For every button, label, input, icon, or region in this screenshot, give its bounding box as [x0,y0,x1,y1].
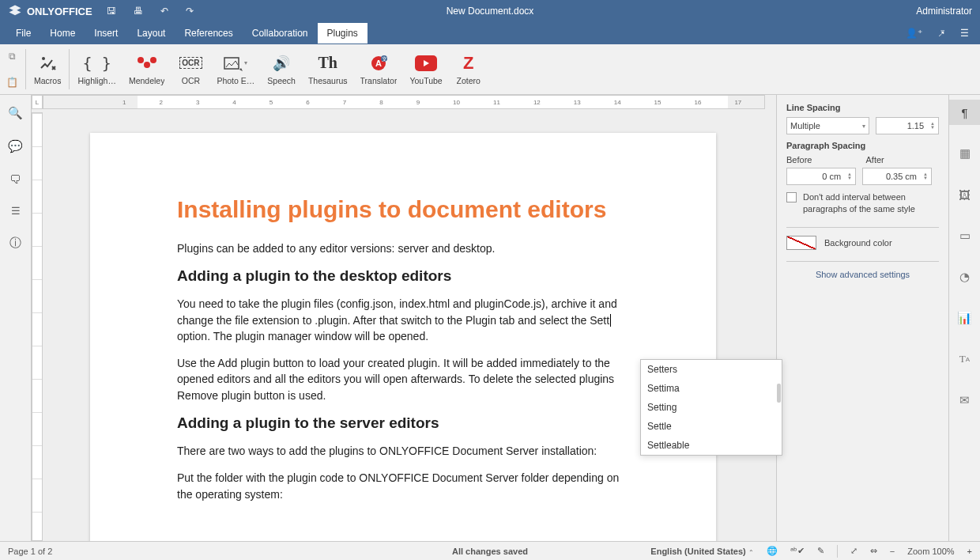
zoom-out-icon[interactable]: − [890,547,895,556]
same-style-checkbox[interactable]: Don't add interval between paragraphs of… [786,191,939,216]
line-spacing-mode[interactable]: Multiple▾ [786,117,869,134]
autocomplete-popup: SettersSettimaSettingSettleSettleable [640,359,782,456]
photo-editor-icon [224,55,243,71]
vertical-ruler[interactable] [32,112,43,541]
menu-home[interactable]: Home [40,23,85,44]
paste-icon[interactable]: 📋 [6,77,18,88]
youtube-icon [415,55,437,71]
thesaurus-icon: Th [318,54,337,72]
autocomplete-option[interactable]: Setting [641,398,782,417]
doc-heading-2: Adding a plugin to the server editors [177,414,629,432]
plugin-photo-editor[interactable]: ▾ Photo E… [210,44,261,94]
same-style-label: Don't add interval between paragraphs of… [803,191,939,216]
autocomplete-option[interactable]: Setters [641,360,782,379]
hamburger-icon[interactable]: ☰ [960,28,969,39]
fit-width-icon[interactable]: ⇔ [870,546,877,556]
zoom-in-icon[interactable]: + [967,547,972,556]
mailmerge-tab-icon[interactable]: ✉ [949,388,981,413]
after-label: After [866,155,940,165]
logo-icon [8,4,22,18]
title-bar: ONLYOFFICE 🖫 🖶 ↶ ↷ New Document.docx Adm… [0,0,980,22]
spacing-before-input[interactable]: 0 cm▲▼ [786,168,856,185]
feedback-icon[interactable]: ⓘ [9,236,21,251]
doc-paragraph: There are two ways to add the plugins to… [177,443,629,459]
autocomplete-option[interactable]: Settleable [641,436,782,455]
shape-tab-icon[interactable]: ◔ [949,264,981,289]
text-cursor [610,314,611,327]
track-changes-icon[interactable]: ✎ [817,546,824,556]
document-page[interactable]: Installing plugins to document editors P… [90,133,716,541]
autocomplete-option[interactable]: Settle [641,417,782,436]
print-icon[interactable]: 🖶 [134,6,143,17]
plugin-speech[interactable]: 🔊 Speech [261,44,302,94]
svg-text:文: 文 [381,56,386,62]
header-tab-icon[interactable]: ▭ [949,223,981,248]
plugin-zotero[interactable]: Z Zotero [449,44,488,94]
horizontal-ruler[interactable]: 1234567891011121314151617 [43,95,765,109]
open-location-icon[interactable]: ⭷ [937,28,946,39]
save-status: All changes saved [452,547,528,556]
highlight-icon: { } [83,54,111,73]
comments-icon[interactable]: 💬 [8,139,23,153]
language-selector[interactable]: English (United States) ⌃ [650,547,753,556]
plugin-macros[interactable]: Macros [28,44,67,94]
plugin-highlight[interactable]: { } Highligh… [71,44,122,94]
plugin-thesaurus[interactable]: Th Thesaurus [302,44,354,94]
page-count[interactable]: Page 1 of 2 [8,547,52,556]
advanced-settings-link[interactable]: Show advanced settings [786,261,939,279]
chevron-down-icon: ▾ [244,59,247,66]
paragraph-panel: Line Spacing Multiple▾ 1.15▲▼ Paragraph … [776,95,948,541]
plugin-youtube[interactable]: YouTube [403,44,448,94]
spellcheck-icon[interactable]: ᵃᵇ✔ [790,546,805,556]
document-area[interactable]: L 1234567891011121314151617 Installing p… [32,95,776,541]
speech-icon: 🔊 [273,55,290,72]
menu-bar: FileHomeInsertLayoutReferencesCollaborat… [0,22,980,44]
svg-point-2 [150,57,156,63]
chat-icon[interactable]: 🗨 [9,172,21,186]
left-sidebar: 🔍 💬 🗨 ☰ ⓘ [0,95,32,541]
menu-plugins[interactable]: Plugins [318,23,368,44]
menu-layout[interactable]: Layout [127,23,175,44]
menu-file[interactable]: File [6,23,40,44]
line-spacing-label: Line Spacing [786,103,939,112]
navigation-icon[interactable]: ☰ [11,205,21,217]
plugin-mendeley[interactable]: Mendeley [122,44,172,94]
svg-point-3 [144,62,150,68]
table-tab-icon[interactable]: ▦ [949,141,981,166]
fit-page-icon[interactable]: ⤢ [850,546,858,556]
zoom-value[interactable]: Zoom 100% [907,547,954,556]
plugin-ocr[interactable]: OCR OCR [171,44,210,94]
search-icon[interactable]: 🔍 [8,106,23,120]
menu-collaboration[interactable]: Collaboration [243,23,318,44]
textart-tab-icon[interactable]: TA [949,346,981,372]
doc-paragraph: You need to take the plugin files (confi… [177,296,629,344]
undo-icon[interactable]: ↶ [160,6,168,17]
background-color-swatch[interactable] [786,236,816,250]
menu-insert[interactable]: Insert [85,23,127,44]
doc-paragraph: Put the folder with the plugin code to O… [177,470,629,502]
document-title: New Document.docx [447,6,534,17]
paragraph-tab-icon[interactable]: ¶ [949,100,981,125]
autocomplete-option[interactable]: Settima [641,379,782,398]
line-spacing-value[interactable]: 1.15▲▼ [876,117,939,134]
plugin-translator[interactable]: A文 Translator [354,44,404,94]
paragraph-spacing-label: Paragraph Spacing [786,141,939,150]
app-logo: ONLYOFFICE [8,4,92,18]
ruler-corner: L [32,95,43,109]
redo-icon[interactable]: ↷ [186,6,194,17]
share-icon[interactable]: 👤⁺ [906,28,922,39]
menu-references[interactable]: References [175,23,242,44]
status-bar: Page 1 of 2 All changes saved English (U… [0,541,980,560]
vertical-scrollbar[interactable] [765,95,776,541]
chart-tab-icon[interactable]: 📊 [949,305,981,331]
set-language-icon[interactable]: 🌐 [767,546,778,556]
current-user[interactable]: Administrator [916,6,972,17]
copy-icon[interactable]: ⧉ [9,51,16,62]
save-icon[interactable]: 🖫 [107,6,116,17]
before-label: Before [786,155,860,165]
spacing-after-input[interactable]: 0.35 cm▲▼ [862,168,932,185]
image-tab-icon[interactable]: 🖼 [949,182,981,207]
doc-heading-2: Adding a plugin to the desktop editors [177,267,629,285]
svg-point-0 [42,57,45,60]
autocomplete-scrollbar[interactable] [777,384,781,403]
